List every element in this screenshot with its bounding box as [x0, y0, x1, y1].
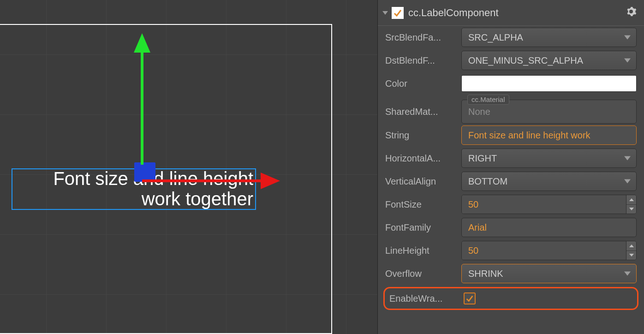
overflow-value: SHRINK [468, 268, 503, 279]
horizontal-align-dropdown[interactable]: RIGHT [461, 149, 637, 168]
dst-blend-value: ONE_MINUS_SRC_ALPHA [468, 55, 583, 66]
gizmo-x-axis[interactable] [142, 179, 262, 182]
color-label: Color [385, 78, 461, 89]
shared-materials-label: SharedMat... [385, 107, 461, 117]
chevron-down-icon [624, 36, 631, 40]
vertical-align-label: VerticalAlign [385, 176, 461, 187]
line-height-step-up[interactable] [626, 241, 636, 251]
font-family-label: FontFamily [385, 222, 461, 233]
font-size-step-down[interactable] [626, 205, 636, 214]
gizmo-y-axis[interactable] [141, 45, 143, 165]
scene-viewport[interactable]: Font size and line height work together [0, 0, 377, 334]
gizmo-y-arrow-icon[interactable] [134, 33, 150, 53]
collapse-caret-icon[interactable] [382, 11, 388, 15]
src-blend-value: SRC_ALPHA [468, 32, 523, 43]
dst-blend-dropdown[interactable]: ONE_MINUS_SRC_ALPHA [461, 51, 637, 70]
chevron-down-icon [624, 59, 631, 63]
font-family-value: Arial [468, 222, 487, 233]
enable-wrap-label: EnableWra... [389, 293, 464, 304]
caret-up-icon [629, 245, 634, 247]
string-input[interactable]: Font size and line height work [461, 125, 637, 145]
line-height-input[interactable]: 50 [461, 241, 637, 260]
horizontal-align-value: RIGHT [468, 153, 497, 164]
component-title: cc.LabelComponent [408, 7, 626, 19]
component-enabled-checkbox[interactable] [392, 7, 404, 19]
gizmo-xy-handle[interactable] [134, 162, 155, 182]
caret-down-icon [629, 208, 634, 210]
vertical-align-dropdown[interactable]: BOTTOM [461, 172, 637, 191]
shared-material-placeholder: None [468, 107, 490, 117]
label-node-bbox[interactable]: Font size and line height work together [12, 168, 256, 210]
chevron-down-icon [624, 272, 631, 276]
gizmo-x-arrow-icon[interactable] [261, 173, 280, 189]
src-blend-label: SrcBlendFa... [385, 32, 461, 43]
color-swatch[interactable] [461, 75, 637, 92]
caret-down-icon [629, 254, 634, 256]
enable-wrap-checkbox[interactable] [464, 292, 476, 304]
src-blend-dropdown[interactable]: SRC_ALPHA [461, 28, 637, 47]
font-size-input[interactable]: 50 [461, 195, 637, 214]
enable-wrap-row-highlight: EnableWra... [383, 287, 638, 310]
font-size-value: 50 [462, 195, 626, 214]
material-type-tag: cc.Material [467, 95, 509, 105]
dst-blend-label: DstBlendF... [385, 55, 461, 66]
vertical-align-value: BOTTOM [468, 176, 507, 187]
font-size-label: FontSize [385, 199, 461, 210]
string-value: Font size and line height work [468, 130, 590, 141]
line-height-value: 50 [462, 241, 626, 260]
font-size-step-up[interactable] [626, 195, 636, 205]
gear-icon[interactable] [626, 6, 637, 19]
horizontal-align-label: HorizontalA... [385, 153, 461, 164]
chevron-down-icon [624, 156, 631, 161]
inspector-panel: cc.LabelComponent SrcBlendFa... SRC_ALPH… [377, 0, 644, 334]
line-height-label: LineHeight [385, 245, 461, 256]
line-height-step-down[interactable] [626, 251, 636, 260]
shared-material-slot[interactable]: cc.Material None [461, 100, 637, 124]
component-header[interactable]: cc.LabelComponent [378, 0, 644, 26]
overflow-label: Overflow [385, 268, 461, 279]
string-label: String [385, 130, 461, 141]
overflow-dropdown[interactable]: SHRINK [461, 264, 637, 283]
caret-up-icon [629, 198, 634, 201]
font-family-input[interactable]: Arial [461, 218, 637, 237]
chevron-down-icon [624, 179, 631, 184]
